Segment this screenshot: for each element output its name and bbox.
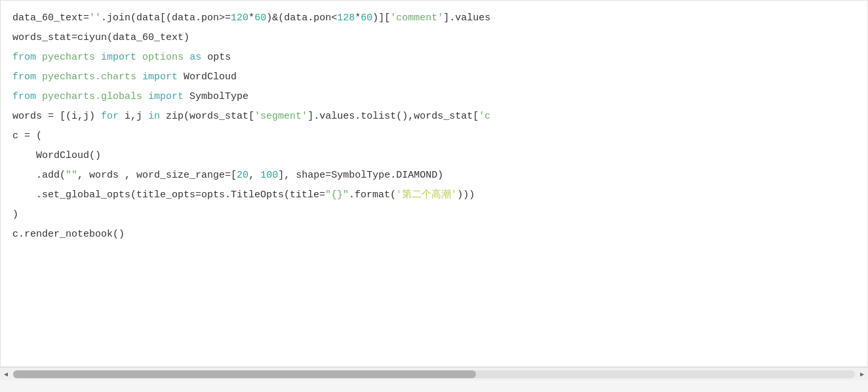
code-token: import <box>148 91 184 102</box>
code-token: .set_global_opts(title_opts=opts.TitleOp… <box>12 189 325 201</box>
code-token: c = ( <box>12 130 42 142</box>
code-token: .join(data[(data.pon>= <box>101 12 231 24</box>
code-line-7: c = ( <box>1 127 867 146</box>
scroll-thumb[interactable] <box>13 370 476 378</box>
code-token: ].values.tolist(),words_stat[ <box>307 111 479 122</box>
code-token: in <box>148 111 160 122</box>
code-line-2: words_stat=ciyun(data_60_text) <box>1 28 867 48</box>
code-token: , <box>119 170 130 181</box>
code-token: from <box>12 52 36 63</box>
code-editor: data_60_text=''.join(data[(data.pon>=120… <box>0 0 868 367</box>
code-token: WordCloud() <box>12 150 101 161</box>
code-token <box>184 52 189 63</box>
code-token <box>36 71 42 83</box>
code-token: ].values <box>443 12 490 24</box>
code-token: from <box>12 91 36 102</box>
code-token <box>36 52 42 63</box>
code-token: 120 <box>231 12 248 24</box>
code-token <box>136 52 142 63</box>
code-token: .format( <box>349 189 396 201</box>
code-token: i,j <box>119 111 148 122</box>
code-token: word_size_range=[ <box>130 170 237 181</box>
code-token: '' <box>89 12 101 24</box>
code-token: import <box>142 71 178 83</box>
code-token: ))) <box>457 189 475 201</box>
code-token: 100 <box>260 170 278 181</box>
scroll-track[interactable] <box>13 370 855 378</box>
code-token: = [(i,j) <box>42 111 101 122</box>
code-token: 'c <box>479 111 490 122</box>
code-token: data_60_text= <box>12 12 89 24</box>
code-token: ], shape=SymbolType.DIAMOND) <box>278 170 443 181</box>
code-token: as <box>189 52 201 63</box>
code-token: 128 <box>337 12 355 24</box>
scroll-left-button[interactable]: ◀ <box>0 368 12 381</box>
code-token: )&(data.pon< <box>266 12 337 24</box>
code-token: c.render_notebook() <box>12 229 125 240</box>
code-token: pyecharts.charts <box>42 71 136 83</box>
code-token: ) <box>12 209 18 220</box>
code-token <box>142 91 148 102</box>
code-token: words <box>89 170 119 181</box>
code-token: .add( <box>12 170 66 181</box>
code-token: 'comment' <box>390 12 443 24</box>
code-line-11: ) <box>1 205 867 225</box>
code-line-8: WordCloud() <box>1 146 867 166</box>
code-token: options <box>142 52 184 63</box>
code-line-9: .add("", words , word_size_range=[20, 10… <box>1 166 867 186</box>
code-token <box>95 52 101 63</box>
code-token: import <box>101 52 136 63</box>
code-token: WordCloud <box>178 71 237 83</box>
code-token: 60 <box>254 12 266 24</box>
code-token: for <box>101 111 119 122</box>
code-token: words_stat=ciyun(data_60_text) <box>12 32 189 43</box>
code-token: , <box>77 170 89 181</box>
code-token: * <box>248 12 254 24</box>
code-token: words <box>12 111 42 122</box>
code-token: opts <box>201 52 231 63</box>
code-token: )][ <box>372 12 390 24</box>
code-line-5: from pyecharts.globals import SymbolType <box>1 87 867 107</box>
code-token: 60 <box>361 12 372 24</box>
code-line-12: c.render_notebook() <box>1 225 867 245</box>
code-line-10: .set_global_opts(title_opts=opts.TitleOp… <box>1 186 867 205</box>
horizontal-scrollbar[interactable]: ◀ ▶ <box>0 367 868 380</box>
code-token <box>136 71 142 83</box>
code-token: zip(words_stat[ <box>160 111 254 122</box>
code-token: pyecharts.globals <box>42 91 142 102</box>
code-token: , <box>248 170 260 181</box>
code-token: * <box>355 12 361 24</box>
code-token: 'segment' <box>254 111 307 122</box>
scroll-right-button[interactable]: ▶ <box>856 368 868 381</box>
code-token: from <box>12 71 36 83</box>
code-token <box>36 91 42 102</box>
code-token: '第二个高潮' <box>396 189 457 201</box>
code-token: SymbolType <box>184 91 248 102</box>
code-token: pyecharts <box>42 52 95 63</box>
code-token: "" <box>66 170 77 181</box>
code-line-3: from pyecharts import options as opts <box>1 48 867 68</box>
code-line-4: from pyecharts.charts import WordCloud <box>1 68 867 87</box>
code-line-1: data_60_text=''.join(data[(data.pon>=120… <box>1 9 867 28</box>
code-token: "{}" <box>325 189 349 201</box>
code-line-6: words = [(i,j) for i,j in zip(words_stat… <box>1 107 867 127</box>
code-token: 20 <box>237 170 248 181</box>
